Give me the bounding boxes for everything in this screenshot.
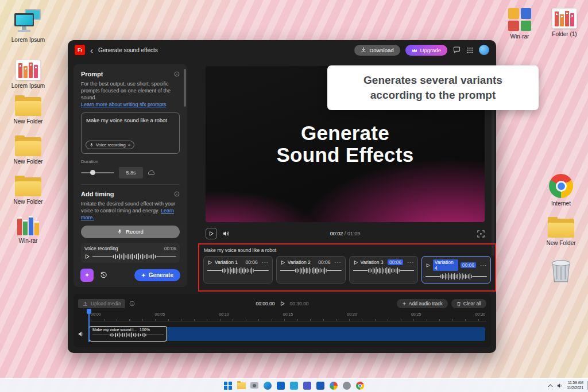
play-icon[interactable] [425,263,431,268]
back-button[interactable]: ‹ [90,46,93,55]
desktop-icon-new-folder-3[interactable]: New Folder [6,176,51,205]
waveform [353,267,415,274]
app-header: Fi ‹ Generate sound effects Download Upg… [68,40,496,60]
settings-icon[interactable] [342,381,351,390]
more-options-icon[interactable]: ··· [480,262,487,268]
voice-recording-chip[interactable]: Voice recording × [86,141,134,149]
word-icon[interactable] [316,381,325,390]
upgrade-button[interactable]: Upgrade [405,45,447,56]
history-button[interactable] [98,270,109,281]
playback-time: 00:02 / 01:09 [330,231,361,236]
variation-card-4[interactable]: Variation 4 00:06 ··· [421,256,491,284]
chip-close-icon[interactable]: × [128,142,131,148]
desktop-icon-new-folder-2[interactable]: New Folder [6,135,51,165]
upload-media-button[interactable]: Upload media [78,299,125,308]
start-button[interactable] [223,381,233,390]
more-options-icon[interactable]: ··· [335,259,342,265]
more-options-icon[interactable]: ··· [262,259,269,265]
chevron-up-icon[interactable] [548,384,553,387]
voice-recording-item[interactable]: Voice recording 00:06 [81,243,180,263]
feedback-button[interactable] [452,46,461,54]
play-icon [208,231,214,236]
desktop-icon-winrar[interactable]: Win-rar [6,214,51,244]
variation-label: Variation 1 [215,259,238,265]
timeline-ruler[interactable]: 00:00 00:05 00:10 00:15 00:20 00:25 00:3… [90,312,486,321]
waveform [92,332,164,337]
desktop-icon-label: Folder (1) [552,31,577,37]
play-icon[interactable] [353,260,358,265]
info-icon[interactable] [174,71,180,77]
desktop-icon-this-pc[interactable]: Lorem Ipsum [6,9,51,43]
play-button[interactable] [206,228,217,239]
archive-box-icon [16,60,41,80]
preview-title: Generate Sound Effects [276,122,413,166]
play-icon[interactable] [84,254,90,259]
upgrade-label: Upgrade [420,47,441,53]
record-label: Record [126,228,144,235]
chrome-icon [549,174,573,198]
variation-card-3[interactable]: Variation 3 00:06 ··· [349,256,419,284]
camera-icon[interactable] [250,381,259,390]
comment-icon [453,46,461,53]
recording-duration: 00:06 [164,246,176,251]
audio-clip[interactable]: Make my voice sound l... 100% [89,326,167,341]
plus-icon [402,301,407,306]
play-icon[interactable] [280,260,285,265]
desktop-icon-folder-1[interactable]: Folder (1) [542,8,587,37]
sfx-prompts-link[interactable]: Learn more about writing sfx prompts [81,101,180,108]
apps-grid-icon[interactable] [466,46,474,54]
playhead[interactable] [88,312,90,342]
track-volume-icon[interactable] [78,331,86,337]
file-explorer-icon[interactable] [237,381,246,390]
download-button[interactable]: Download [354,45,400,56]
play-icon[interactable] [280,301,285,306]
variation-card-1[interactable]: Variation 1 00:06 ··· [203,256,273,284]
more-options-icon[interactable]: ··· [407,259,414,265]
download-label: Download [369,47,393,53]
play-icon[interactable] [207,260,212,265]
folder-icon [15,95,41,116]
effects-button[interactable]: ✦ [80,269,94,282]
info-icon[interactable] [174,191,180,197]
chrome-taskbar-icon[interactable] [355,381,365,390]
duration-label: Duration [81,159,180,164]
mail-icon[interactable] [289,381,299,390]
clear-all-button[interactable]: Clear all [451,299,486,308]
generate-button[interactable]: ✦ Generate [134,269,180,281]
desktop-icon-label: New Folder [13,158,42,165]
variation-time: 00:06 [245,259,257,265]
volume-icon[interactable] [223,230,230,237]
desktop-icon-winrar-2[interactable]: Win-rar [497,8,542,40]
waveform [207,267,269,274]
duration-value[interactable]: 5.8s [119,167,143,178]
desktop-icon-recycle-bin[interactable] [539,256,583,286]
clip-volume: 100% [140,328,150,332]
capture-frame-button[interactable] [477,230,485,238]
panel-scrollbar[interactable] [184,69,186,107]
desktop-icon-archive[interactable]: Lorem Ipsum [6,60,51,89]
desktop-icon-label: New Folder [13,199,42,205]
taskbar: 11:59 AM 11/2/2021 [0,378,588,392]
info-icon[interactable] [129,301,135,306]
variation-card-2[interactable]: Variation 2 00:06 ··· [276,256,346,284]
desktop-icon-internet[interactable]: Internet [539,174,583,207]
chip-label: Voice recording [96,142,126,148]
tray-clock[interactable]: 11:59 AM 11/2/2021 [567,381,583,390]
teams-icon[interactable] [303,381,312,390]
prompt-input[interactable]: Make my voice sound like a robot Voice r… [81,112,180,154]
tray-date: 11/2/2021 [567,386,583,390]
record-button[interactable]: Record [81,226,180,238]
photos-icon[interactable] [329,381,338,390]
variation-time: 00:06 [461,262,476,268]
add-audio-track-button[interactable]: Add audio track [397,299,448,308]
desktop-icon-new-folder-4[interactable]: New Folder [539,217,583,246]
desktop-icon-new-folder-1[interactable]: New Folder [6,95,51,125]
duration-slider[interactable] [81,172,114,173]
edge-icon[interactable] [263,381,272,390]
tray-volume-icon[interactable] [557,383,563,389]
firefly-logo[interactable]: Fi [75,45,85,55]
store-icon[interactable] [276,381,285,390]
audio-track[interactable]: Make my voice sound l... 100% [89,326,486,341]
avatar[interactable] [479,45,489,55]
trash-icon [457,301,461,306]
